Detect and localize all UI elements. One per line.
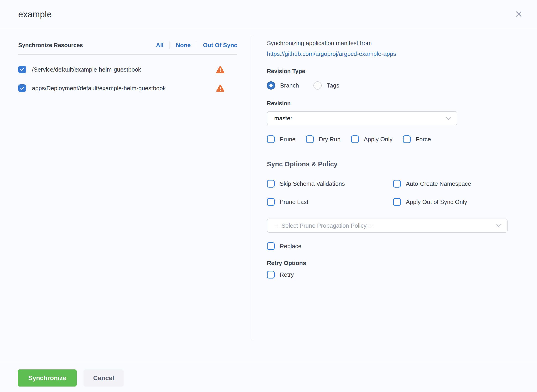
column-divider — [252, 36, 252, 340]
checkbox-unchecked-icon — [393, 180, 401, 187]
manifest-repo-link[interactable]: https://github.com/argoproj/argocd-examp… — [267, 50, 396, 57]
resource-filters: All None Out Of Sync — [156, 42, 237, 49]
filter-none[interactable]: None — [176, 42, 191, 49]
filter-all[interactable]: All — [156, 42, 164, 49]
resources-header: Synchronize Resources All None Out Of Sy… — [18, 42, 237, 55]
dialog-header: example ✕ — [0, 0, 537, 29]
revision-type-options: Branch Tags — [267, 81, 508, 89]
page-title: example — [18, 9, 52, 19]
checkbox-apply-out-of-sync-only-label: Apply Out of Sync Only — [406, 199, 467, 205]
checkbox-prune[interactable]: Prune — [267, 135, 295, 143]
resources-heading: Synchronize Resources — [18, 42, 83, 49]
revision-value: master — [274, 115, 447, 122]
resources-panel: Synchronize Resources All None Out Of Sy… — [0, 29, 252, 362]
checkbox-unchecked-icon — [351, 135, 359, 143]
revision-input[interactable]: master — [267, 111, 457, 125]
radio-tags-label: Tags — [327, 82, 339, 89]
checkbox-skip-schema-validations[interactable]: Skip Schema Validations — [267, 180, 393, 187]
prune-propagation-policy-placeholder: - - Select Prune Propagation Policy - - — [274, 222, 497, 229]
revision-label: Revision — [267, 100, 508, 107]
close-icon: ✕ — [515, 9, 523, 20]
checkbox-unchecked-icon — [393, 198, 401, 206]
prune-propagation-policy-select[interactable]: - - Select Prune Propagation Policy - - — [267, 219, 508, 233]
checkbox-unchecked-icon — [267, 135, 275, 143]
filter-divider — [197, 42, 197, 49]
resource-label: apps/Deployment/default/example-helm-gue… — [32, 85, 216, 92]
radio-selected-icon — [267, 81, 275, 89]
warning-icon — [216, 66, 224, 73]
manifest-text: Synchronizing application manifest from — [267, 40, 508, 47]
checkbox-retry-label: Retry — [280, 271, 294, 278]
cancel-button[interactable]: Cancel — [84, 369, 124, 387]
revision-type-label: Revision Type — [267, 68, 508, 75]
checkbox-auto-create-namespace[interactable]: Auto-Create Namespace — [393, 180, 508, 187]
sync-settings-panel: Synchronizing application manifest from … — [252, 29, 537, 362]
radio-branch[interactable]: Branch — [267, 81, 299, 89]
resource-row: apps/Deployment/default/example-helm-gue… — [18, 84, 237, 92]
checkbox-prune-label: Prune — [280, 136, 295, 143]
filter-divider — [170, 42, 170, 49]
checkbox-apply-out-of-sync-only[interactable]: Apply Out of Sync Only — [393, 198, 508, 206]
checkbox-unchecked-icon — [267, 198, 275, 206]
dialog-body: Synchronize Resources All None Out Of Sy… — [0, 29, 537, 362]
chevron-down-icon — [496, 222, 501, 227]
checkbox-prune-last[interactable]: Prune Last — [267, 198, 393, 206]
resource-label: /Service/default/example-helm-guestbook — [32, 66, 216, 73]
checkbox-apply-only-label: Apply Only — [364, 136, 393, 143]
checkbox-apply-only[interactable]: Apply Only — [351, 135, 393, 143]
checkbox-auto-create-namespace-label: Auto-Create Namespace — [406, 180, 471, 187]
checkbox-unchecked-icon — [267, 180, 275, 187]
resource-checkbox[interactable] — [18, 84, 26, 92]
check-icon — [20, 67, 25, 72]
resource-row: /Service/default/example-helm-guestbook — [18, 66, 237, 73]
retry-options-heading: Retry Options — [267, 260, 508, 267]
checkbox-unchecked-icon — [267, 242, 275, 250]
sync-flags: Prune Dry Run Apply Only Force — [267, 135, 508, 143]
checkbox-retry[interactable]: Retry — [267, 271, 508, 279]
checkbox-skip-schema-validations-label: Skip Schema Validations — [280, 180, 345, 187]
filter-out-of-sync[interactable]: Out Of Sync — [203, 42, 237, 49]
checkbox-force-label: Force — [416, 136, 431, 143]
synchronize-button[interactable]: Synchronize — [18, 369, 77, 387]
chevron-down-icon — [446, 115, 451, 120]
resource-checkbox[interactable] — [18, 66, 26, 73]
sync-dialog: example ✕ Synchronize Resources All None… — [0, 0, 537, 392]
sync-options-heading: Sync Options & Policy — [267, 160, 508, 168]
close-button[interactable]: ✕ — [513, 8, 524, 20]
checkbox-dry-run[interactable]: Dry Run — [306, 135, 340, 143]
warning-icon — [216, 84, 224, 92]
radio-branch-label: Branch — [280, 82, 299, 89]
checkbox-dry-run-label: Dry Run — [319, 136, 340, 143]
checkbox-unchecked-icon — [267, 271, 275, 279]
checkbox-prune-last-label: Prune Last — [280, 199, 309, 205]
checkbox-unchecked-icon — [403, 135, 411, 143]
radio-tags[interactable]: Tags — [314, 81, 339, 89]
radio-unselected-icon — [314, 81, 322, 89]
sync-options-grid: Skip Schema Validations Auto-Create Name… — [267, 180, 508, 206]
checkbox-force[interactable]: Force — [403, 135, 431, 143]
check-icon — [20, 86, 25, 91]
dialog-footer: Synchronize Cancel — [0, 362, 537, 387]
checkbox-unchecked-icon — [306, 135, 314, 143]
checkbox-replace[interactable]: Replace — [267, 242, 508, 250]
checkbox-replace-label: Replace — [280, 243, 301, 250]
retry-row: Retry — [267, 271, 508, 279]
replace-row: Replace — [267, 242, 508, 250]
